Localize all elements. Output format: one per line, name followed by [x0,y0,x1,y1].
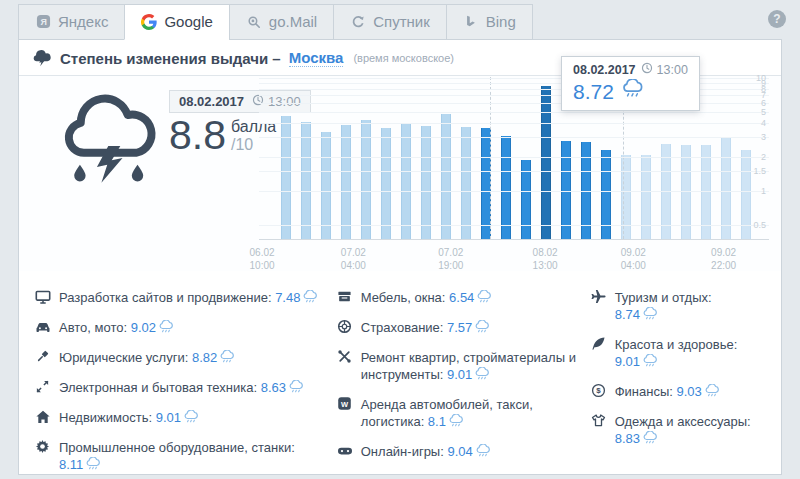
chart-bar[interactable] [521,160,531,239]
y-axis-tick: 2 [761,152,766,162]
tab-sputnik[interactable]: Спутник [333,4,447,40]
electronics-icon [35,379,51,395]
chart-bar[interactable] [321,132,331,239]
city-link[interactable]: Москва [289,49,344,67]
category-text: Онлайн-игры: 9.04 [361,443,491,462]
category-text: Авто, мото: 9.02 [59,319,174,338]
score-value: 8.8 [169,116,226,155]
tab-gomail[interactable]: go.Mail [229,4,334,40]
weather-cloud-icon [642,354,658,372]
category-score-link[interactable]: 7.57 [447,320,472,335]
category-column: Мебель, окна: 6.54Страхование: 7.57Ремон… [337,289,591,479]
tab-google[interactable]: Google [124,4,229,40]
category-score-link[interactable]: 8.82 [192,350,217,365]
tab-yandex[interactable]: ЯЯндекс [18,4,125,40]
taxi-icon: W [337,396,353,412]
category-score-link[interactable]: 9.01 [615,354,640,369]
category-score-link[interactable]: 6.54 [449,290,474,305]
weather-cloud-icon [474,367,490,385]
chart-bar[interactable] [441,114,451,239]
category-text: Мебель, окна: 6.54 [361,289,493,308]
tab-bar: ЯЯндексGooglego.MailСпутникBing [0,0,800,40]
category-item: WАренда автомобилей, такси, логистика: 8… [337,396,591,432]
y-axis-tick: 1 [761,186,766,196]
weather-cloud-icon [642,307,658,325]
category-score-link[interactable]: 8.63 [261,380,286,395]
chart-bar[interactable] [421,126,431,239]
tab-label: Google [164,13,212,30]
score-date: 08.02.2017 [179,94,244,109]
storm-cloud-big-icon [59,90,161,192]
category-text: Красота и здоровье: 9.01 [615,336,757,372]
weather-cloud-icon [288,380,304,398]
weather-cloud-icon [448,414,464,432]
storm-title-icon [32,50,52,67]
mail-search-icon [246,14,262,30]
clock-icon [641,62,653,77]
category-text: Туризм и отдых: 8.74 [615,289,757,325]
clothes-icon [591,413,607,429]
category-item: Страхование: 7.57 [337,319,591,338]
category-list: Разработка сайтов и продвижение: 7.48Авт… [19,271,781,479]
x-axis-tick: 08.0213:00 [533,246,558,272]
category-score-link[interactable]: 9.04 [447,444,472,459]
svg-text:$: $ [596,386,601,395]
category-item: Промышленное оборудование, станки: 8.11 [35,439,337,475]
plane-icon [591,289,607,305]
category-score-link[interactable]: 8.1 [428,414,446,429]
chart-bar[interactable] [601,150,611,239]
gridline [259,171,769,172]
volatility-chart: 08.02.2017 13:00 8.8 балла /10 109876543… [19,75,781,271]
chart-bar[interactable] [741,150,751,239]
category-score-link[interactable]: 8.74 [615,307,640,322]
category-item: Туризм и отдых: 8.74 [591,289,771,325]
tab-label: Bing [486,13,516,30]
period-divider [490,77,491,239]
category-score-link[interactable]: 8.83 [615,431,640,446]
insurance-icon [337,319,353,335]
gridline [259,225,769,226]
category-score-link[interactable]: 7.48 [275,290,300,305]
category-score-link[interactable]: 8.11 [59,457,83,472]
chart-bar[interactable] [541,86,551,239]
weather-cloud-icon [642,431,658,449]
category-score-link[interactable]: 9.01 [447,367,472,382]
chart-bar[interactable] [401,123,411,239]
chart-bar[interactable] [641,155,651,239]
page-title: Степень изменения выдачи – [60,50,281,67]
svg-text:W: W [341,400,349,409]
chart-bar[interactable] [501,136,511,239]
beauty-icon [591,336,607,352]
category-score-link[interactable]: 9.03 [676,384,701,399]
category-item: Разработка сайтов и продвижение: 7.48 [35,289,337,308]
help-icon[interactable]: ? [768,10,786,28]
y-axis-tick: 5 [761,107,766,117]
category-text: Промышленное оборудование, станки: 8.11 [59,439,323,475]
sputnik-icon [350,14,366,30]
category-score-link[interactable]: 9.01 [156,410,181,425]
category-item: Юридические услуги: 8.82 [35,349,337,368]
y-axis-tick: 4 [761,118,766,128]
y-axis-tick: 3 [761,132,766,142]
weather-cloud-icon [475,444,491,462]
chart-bar[interactable] [461,127,471,239]
chart-tooltip: 08.02.2017 13:00 8.72 [561,56,700,111]
x-axis-labels: 06.0210:0007.0204:0007.0219:0008.0213:00… [259,246,769,272]
y-axis-tick: 1.5 [753,166,766,176]
tooltip-value: 8.72 [573,80,614,104]
x-axis-tick: 07.0204:00 [341,246,366,272]
category-item: Мебель, окна: 6.54 [337,289,591,308]
chart-bar[interactable] [341,125,351,239]
chart-bar[interactable] [381,128,391,239]
tab-bing[interactable]: Bing [446,4,533,40]
chart-bar[interactable] [301,122,311,239]
chart-bar[interactable] [281,116,291,239]
category-item: Онлайн-игры: 9.04 [337,443,591,462]
category-item: $Финансы: 9.03 [591,383,771,402]
category-text: Электронная и бытовая техника: 8.63 [59,379,304,398]
category-item: Ремонт квартир, стройматериалы и инструм… [337,349,591,385]
category-text: Финансы: 9.03 [615,383,720,402]
category-item: Авто, мото: 9.02 [35,319,337,338]
category-score-link[interactable]: 9.02 [131,320,156,335]
category-item: Электронная и бытовая техника: 8.63 [35,379,337,398]
